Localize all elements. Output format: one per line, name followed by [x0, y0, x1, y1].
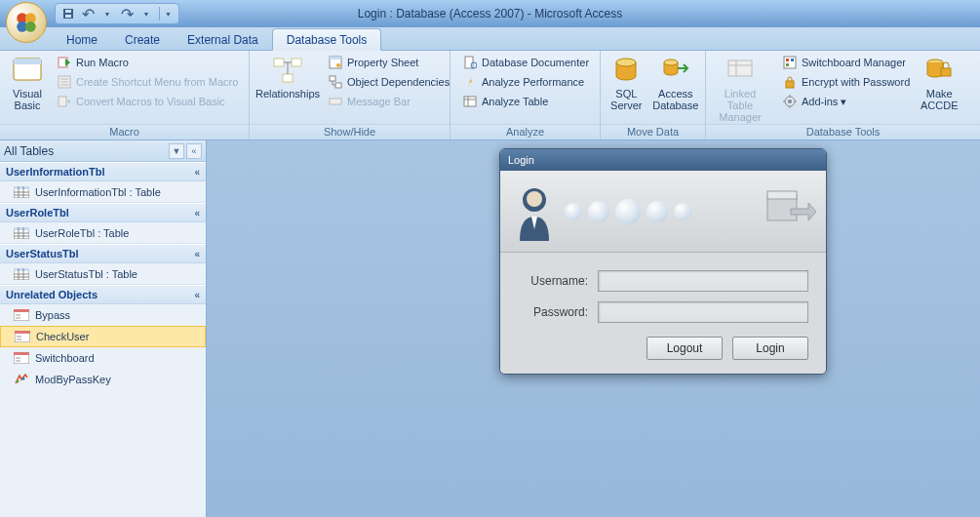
svg-rect-26	[464, 97, 476, 106]
nav-group-label: UserInformationTbl	[6, 166, 104, 178]
dialog-body: Username: Password: Logout Login	[500, 253, 826, 374]
nav-group-label: UserStatusTbl	[6, 248, 79, 259]
switchboard-manager-icon	[782, 55, 798, 70]
convert-macros-label: Convert Macros to Visual Basic	[76, 96, 225, 107]
svg-rect-17	[283, 74, 293, 82]
nav-group-unrelated[interactable]: Unrelated Objects «	[0, 285, 206, 304]
relationships-icon	[272, 55, 303, 86]
property-sheet-button[interactable]: Property Sheet	[324, 53, 453, 72]
username-label: Username:	[518, 274, 588, 288]
group-label-macro: Macro	[0, 124, 249, 139]
dropdown-icon[interactable]: ▼	[100, 7, 114, 20]
run-macro-label: Run Macro	[76, 57, 129, 68]
nav-item-checkuser[interactable]: CheckUser	[0, 326, 206, 347]
svg-rect-69	[17, 336, 21, 338]
window-title: Login : Database (Access 2007) - Microso…	[358, 7, 622, 20]
svg-rect-15	[274, 59, 284, 66]
password-label: Password:	[518, 305, 588, 319]
ribbon-group-showhide: Relationships Property Sheet Object Depe…	[250, 51, 451, 139]
run-macro-button[interactable]: Run Macro	[53, 53, 242, 72]
dialog-banner	[500, 171, 826, 253]
redo-icon[interactable]: ↷	[120, 7, 134, 20]
database-documenter-button[interactable]: Database Documenter	[458, 53, 593, 72]
encrypt-password-button[interactable]: Encrypt with Password	[778, 72, 914, 92]
object-dependencies-label: Object Dependencies	[347, 76, 450, 88]
make-accde-button[interactable]: Make ACCDE	[916, 53, 962, 113]
form-design-canvas: Login	[207, 140, 980, 517]
navigation-pane: All Tables ▼ « UserInformationTbl « User…	[0, 140, 207, 517]
analyze-table-label: Analyze Table	[482, 96, 548, 107]
svg-rect-80	[767, 191, 797, 199]
logout-button[interactable]: Logout	[647, 337, 723, 360]
password-row: Password:	[518, 301, 808, 323]
switchboard-manager-label: Switchboard Manager	[802, 57, 906, 68]
sql-server-button[interactable]: SQL Server	[605, 53, 648, 113]
svg-rect-5	[65, 10, 71, 13]
visual-basic-button[interactable]: Visual Basic	[4, 53, 51, 113]
qat-customize-icon[interactable]: ▼	[159, 7, 173, 20]
nav-group-userinformation[interactable]: UserInformationTbl «	[0, 162, 206, 181]
make-accde-label: Make ACCDE	[918, 88, 960, 111]
username-input[interactable]	[598, 270, 808, 292]
save-icon[interactable]	[61, 7, 75, 20]
tab-home[interactable]: Home	[53, 29, 111, 50]
nav-item-bypass[interactable]: Bypass	[0, 304, 206, 326]
undo-icon[interactable]: ↶	[81, 7, 95, 20]
nav-item-userrole-table[interactable]: UserRoleTbl : Table	[0, 222, 206, 244]
tab-create[interactable]: Create	[111, 29, 174, 50]
sql-server-icon	[610, 55, 642, 86]
username-row: Username:	[518, 270, 808, 292]
object-dependencies-button[interactable]: Object Dependencies	[324, 72, 453, 92]
convert-macros-button: Convert Macros to Visual Basic	[53, 92, 242, 111]
visual-basic-icon	[12, 55, 43, 86]
ribbon-group-analyze: Database Documenter Analyze Performance …	[451, 51, 601, 139]
dropdown-icon[interactable]: ▼	[139, 7, 153, 20]
svg-rect-21	[330, 76, 335, 81]
nav-group-userrole[interactable]: UserRoleTbl «	[0, 203, 206, 222]
nav-item-switchboard[interactable]: Switchboard	[0, 347, 206, 369]
add-ins-icon	[782, 94, 798, 109]
svg-point-20	[336, 63, 340, 67]
dialog-title-bar[interactable]: Login	[500, 149, 826, 171]
access-database-button[interactable]: Access Database	[650, 53, 701, 113]
nav-group-userstatus[interactable]: UserStatusTbl «	[0, 244, 206, 263]
quick-access-toolbar: ↶ ▼ ↷ ▼ ▼	[55, 3, 179, 24]
svg-rect-58	[14, 268, 29, 271]
nav-dropdown-icon[interactable]: ▼	[169, 143, 184, 159]
form-icon	[14, 308, 29, 322]
analyze-table-button[interactable]: Analyze Table	[458, 92, 593, 111]
nav-item-userinformation-table[interactable]: UserInformationTbl : Table	[0, 181, 206, 203]
office-button[interactable]	[6, 2, 47, 43]
nav-item-userstatus-table[interactable]: UserStatusTbl : Table	[0, 263, 206, 285]
nav-item-label: UserStatusTbl : Table	[35, 268, 137, 280]
svg-rect-73	[16, 357, 20, 359]
login-dialog: Login	[499, 148, 827, 375]
add-ins-button[interactable]: Add-ins ▾	[778, 92, 914, 111]
analyze-performance-label: Analyze Performance	[482, 76, 584, 88]
nav-collapse-icon[interactable]: «	[186, 143, 202, 159]
nav-item-label: ModByPassKey	[35, 374, 111, 385]
access-database-icon	[660, 55, 691, 86]
chevron-up-icon: «	[194, 167, 200, 178]
svg-rect-44	[941, 68, 951, 76]
password-input[interactable]	[598, 301, 808, 323]
property-sheet-label: Property Sheet	[347, 57, 418, 68]
linked-table-manager-label: Linked Table Manager	[712, 88, 768, 123]
office-logo-icon	[14, 10, 39, 35]
relationships-button[interactable]: Relationships	[254, 53, 322, 101]
tab-database-tools[interactable]: Database Tools	[272, 28, 382, 51]
linked-table-manager-button: Linked Table Manager	[710, 53, 770, 125]
form-icon	[15, 330, 30, 343]
switchboard-manager-button[interactable]: Switchboard Manager	[778, 53, 914, 72]
form-icon	[14, 351, 29, 365]
analyze-performance-button[interactable]: Analyze Performance	[458, 72, 593, 92]
nav-header[interactable]: All Tables ▼ «	[0, 140, 206, 162]
table-icon	[14, 226, 29, 240]
login-button[interactable]: Login	[732, 337, 808, 360]
svg-rect-8	[14, 59, 41, 64]
box-arrow-icon	[762, 187, 816, 236]
nav-item-modbypasskey[interactable]: ModByPassKey	[0, 369, 206, 390]
tab-external-data[interactable]: External Data	[174, 29, 272, 50]
nav-item-label: Bypass	[35, 309, 70, 321]
bubble-icon	[588, 201, 609, 222]
